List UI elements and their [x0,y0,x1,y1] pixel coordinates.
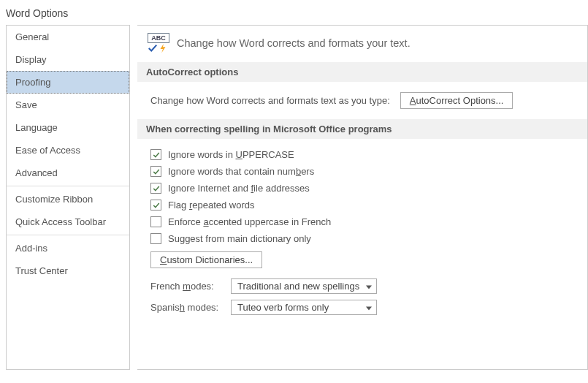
custom-dictionaries-button[interactable]: Custom Dictionaries... [150,251,262,268]
autocorrect-row: Change how Word corrects and formats tex… [137,82,587,119]
french-modes-dropdown[interactable]: Traditional and new spellings [231,278,377,294]
checkbox-label: Flag repeated words [168,200,255,211]
spanish-modes-row: Spanish modes: Tuteo verb forms only [150,297,579,318]
sidebar-item-ease-of-access[interactable]: Ease of Access [7,139,129,162]
checkmark-icon [148,43,158,53]
proofing-abc-icon: ABC [148,33,169,53]
checkbox-label: Ignore words that contain numbers [168,166,314,177]
page-header: ABC Change how Word corrects and formats… [137,26,587,62]
spelling-options: Ignore words in UPPERCASEIgnore words th… [137,139,587,321]
checkbox-label: Suggest from main dictionary only [168,233,311,244]
lightning-bolt-icon [158,43,168,53]
sidebar-item-advanced[interactable]: Advanced [7,162,129,184]
autocorrect-options-button[interactable]: AutoCorrect Options... [400,92,513,109]
spelling-option-row: Flag repeated words [150,197,579,213]
spelling-option-row: Ignore words in UPPERCASE [150,146,579,163]
spelling-option-row: Enforce accented uppercase in French [150,213,579,230]
sidebar-item-trust-center[interactable]: Trust Center [7,259,129,282]
sidebar-item-language[interactable]: Language [7,116,129,139]
checkbox-label: Enforce accented uppercase in French [168,216,331,227]
sidebar-divider [7,235,129,235]
abc-text: ABC [148,33,169,43]
page-header-text: Change how Word corrects and formats you… [177,37,411,49]
sidebar-item-add-ins[interactable]: Add-ins [7,237,129,259]
autocorrect-section-header: AutoCorrect options [137,62,587,82]
spelling-option-row: Ignore words that contain numbers [150,163,579,180]
checkbox[interactable] [150,216,161,227]
sidebar-item-customize-ribbon[interactable]: Customize Ribbon [7,188,129,211]
french-modes-row: French modes: Traditional and new spelli… [150,276,579,297]
sidebar-item-save[interactable]: Save [7,94,129,116]
spanish-modes-dropdown[interactable]: Tuteo verb forms only [231,300,377,315]
main-panel: ABC Change how Word corrects and formats… [137,25,588,370]
checkbox[interactable] [150,183,161,194]
sidebar-item-display[interactable]: Display [7,48,129,71]
checkbox[interactable] [150,233,161,244]
checkbox-label: Ignore words in UPPERCASE [168,149,294,160]
spanish-modes-label: Spanish modes: [150,302,224,313]
sidebar-item-proofing[interactable]: Proofing [7,71,129,94]
sidebar-divider [7,186,129,186]
sidebar-item-quick-access-toolbar[interactable]: Quick Access Toolbar [7,211,129,233]
sidebar: GeneralDisplayProofingSaveLanguageEase o… [6,25,130,370]
checkbox[interactable] [150,200,161,211]
spelling-option-row: Suggest from main dictionary only [150,230,579,247]
spelling-option-row: Ignore Internet and file addresses [150,180,579,197]
checkbox[interactable] [150,166,161,177]
spelling-section-header: When correcting spelling in Microsoft Of… [137,119,587,139]
checkbox[interactable] [150,149,161,160]
autocorrect-row-label: Change how Word corrects and formats tex… [150,95,390,106]
window-title: Word Options [0,0,588,25]
french-modes-label: French modes: [150,281,224,292]
checkbox-label: Ignore Internet and file addresses [168,183,310,194]
sidebar-item-general[interactable]: General [7,26,129,48]
